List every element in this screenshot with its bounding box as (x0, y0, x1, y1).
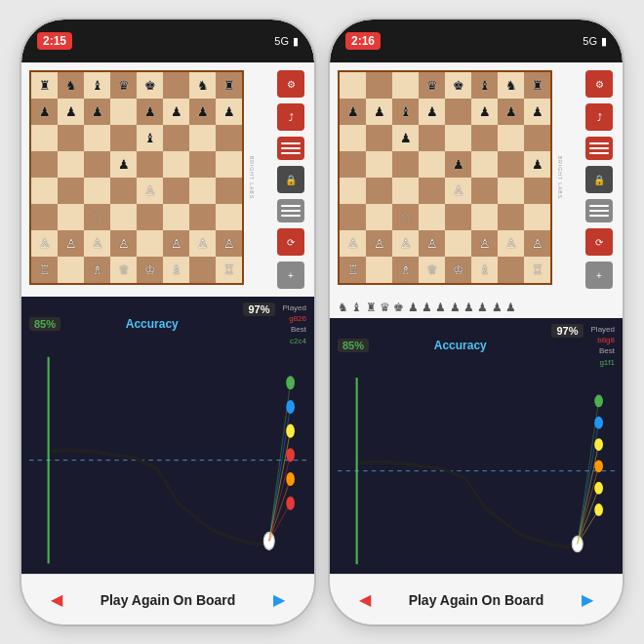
signal-indicator: 5G (274, 35, 289, 47)
cell-1-6: ♟ (189, 99, 216, 125)
svg-point-31 (594, 503, 603, 516)
cell-5-0 (340, 204, 366, 230)
cell-3-0 (31, 151, 58, 178)
chess-controls: ⚙⤴🔒⟳+ (584, 70, 615, 289)
accuracy-label: Accuracy (126, 317, 179, 331)
chess-area: ♜♞♝♛♚♞♜♟♟♟♟♟♟♟♝♟♙♘♙♙♙♙♙♙♙♖♗♕♔♗♖BRIGHT LA… (21, 62, 314, 297)
accuracy-label: Accuracy (434, 339, 487, 352)
cell-7-2: ♗ (84, 257, 110, 283)
lines-control-top[interactable] (277, 137, 304, 160)
cell-2-6 (498, 125, 524, 151)
cell-3-4 (137, 151, 163, 178)
cell-6-7: ♙ (524, 230, 550, 257)
captured-pieces-row: ♞ ♝ ♜ ♛ ♚ ♟ ♟ ♟ ♟ ♟ ♟ ♟ ♟ (330, 297, 623, 318)
cell-3-5 (163, 151, 189, 178)
cell-2-1 (58, 125, 84, 151)
cell-0-1 (366, 72, 392, 99)
phone-2: 2:165G▮♛♚♝♞♜♟♟♝♟♟♟♟♟♟♟♙♘♙♙♙♙♙♙♙♖♗♕♔♗♖BRI… (330, 20, 623, 624)
nav-right-button[interactable]: ▶ (263, 584, 295, 616)
share-button[interactable]: ⤴ (585, 103, 613, 131)
cell-4-4: ♙ (137, 178, 163, 204)
flip-button[interactable]: ⟳ (277, 228, 304, 256)
lines-control-bottom[interactable] (585, 199, 613, 222)
gear-button[interactable]: ⚙ (585, 70, 613, 98)
cell-2-3 (110, 125, 137, 151)
chart-area (29, 348, 306, 572)
cell-2-5 (163, 125, 189, 151)
cell-5-5 (163, 204, 189, 230)
cell-0-7: ♜ (216, 72, 242, 99)
cell-7-3: ♕ (419, 257, 445, 283)
cell-7-6 (498, 257, 524, 283)
cell-0-5: ♝ (471, 72, 498, 99)
lines-control-bottom[interactable] (277, 199, 304, 222)
cell-6-1: ♙ (58, 230, 84, 257)
cell-5-4 (137, 204, 163, 230)
cell-1-4 (445, 99, 471, 125)
cell-6-4 (137, 230, 163, 257)
svg-point-11 (286, 448, 295, 462)
cell-4-6 (498, 178, 524, 204)
cell-5-6 (189, 204, 216, 230)
cell-2-7 (216, 125, 242, 151)
cell-2-5 (471, 125, 498, 151)
cell-7-1 (58, 257, 84, 283)
analysis-area: 85%Accuracy97% Played g826 Best c2c4 (21, 297, 314, 574)
cell-6-1: ♙ (366, 230, 392, 257)
cell-7-7: ♖ (216, 257, 242, 283)
flip-button[interactable]: ⟳ (585, 228, 613, 256)
cell-1-7: ♟ (524, 99, 550, 125)
cell-6-7: ♙ (216, 230, 242, 257)
gear-button[interactable]: ⚙ (277, 70, 304, 98)
cell-5-3 (110, 204, 137, 230)
chess-board-wrapper: ♛♚♝♞♜♟♟♝♟♟♟♟♟♟♟♙♘♙♙♙♙♙♙♙♖♗♕♔♗♖BRIGHT LAB… (338, 70, 580, 285)
cell-6-4 (445, 230, 471, 257)
plus-button[interactable]: + (585, 262, 613, 289)
cell-3-2 (84, 151, 110, 178)
plus-button[interactable]: + (277, 262, 304, 289)
cell-6-5: ♙ (163, 230, 189, 257)
cell-3-3 (419, 151, 445, 178)
nav-left-button[interactable]: ◀ (349, 584, 381, 616)
cell-0-6: ♞ (189, 72, 216, 99)
accuracy-right-group: 97% Played b8g8 Best g1f1 (551, 324, 615, 368)
chess-board: ♜♞♝♛♚♞♜♟♟♟♟♟♟♟♝♟♙♘♙♙♙♙♙♙♙♖♗♕♔♗♖ (29, 70, 244, 285)
cell-4-2 (392, 178, 419, 204)
nav-left-button[interactable]: ◀ (41, 584, 72, 616)
status-bar: 2:165G▮ (330, 20, 623, 62)
lines-control-top[interactable] (585, 137, 613, 160)
cell-4-3 (110, 178, 137, 204)
svg-point-13 (286, 472, 295, 486)
phone-body: ♛♚♝♞♜♟♟♝♟♟♟♟♟♟♟♙♘♙♙♙♙♙♙♙♖♗♕♔♗♖BRIGHT LAB… (330, 62, 623, 574)
play-again-button[interactable]: Play Again On Board (409, 592, 544, 608)
share-button[interactable]: ⤴ (277, 103, 304, 131)
cell-0-4: ♚ (445, 72, 471, 99)
svg-point-23 (594, 417, 603, 429)
accuracy-left-pct: 85% (29, 317, 60, 331)
cell-1-7: ♟ (216, 99, 242, 125)
cell-5-2: ♘ (392, 204, 419, 230)
cell-5-5 (471, 204, 498, 230)
chart-area (338, 370, 615, 572)
watermark: BRIGHT LABS (557, 156, 563, 199)
cell-1-3: ♟ (419, 99, 445, 125)
play-again-button[interactable]: Play Again On Board (101, 592, 236, 608)
cell-5-2: ♘ (84, 204, 110, 230)
accuracy-right-pct: 97% (243, 302, 274, 316)
bottom-bar: ◀Play Again On Board▶ (330, 574, 623, 624)
phone-body: ♜♞♝♛♚♞♜♟♟♟♟♟♟♟♝♟♙♘♙♙♙♙♙♙♙♖♗♕♔♗♖BRIGHT LA… (21, 62, 314, 574)
cell-3-3: ♟ (110, 151, 137, 178)
svg-point-27 (594, 460, 603, 472)
analysis-area: 85%Accuracy97% Played b8g8 Best g1f1 (330, 318, 623, 574)
cell-5-6 (498, 204, 524, 230)
cell-2-1 (366, 125, 392, 151)
cell-2-2: ♟ (392, 125, 419, 151)
nav-right-button[interactable]: ▶ (572, 584, 603, 616)
svg-point-21 (594, 394, 603, 407)
chess-controls: ⚙⤴🔒⟳+ (275, 70, 306, 289)
cell-4-0 (340, 178, 366, 204)
cell-0-2 (392, 72, 419, 99)
played-label: Played (283, 303, 306, 312)
battery-icon: ▮ (293, 35, 299, 48)
svg-point-25 (594, 438, 603, 451)
